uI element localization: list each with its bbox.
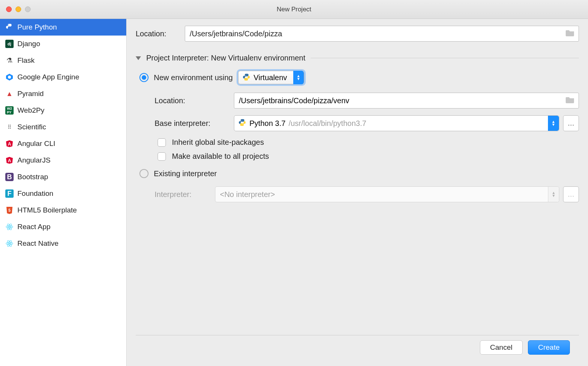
base-interpreter-browse-button[interactable]: … [563,115,579,131]
environment-type-combo[interactable]: Virtualenv ▲▼ [238,71,304,84]
titlebar: New Project [0,0,588,19]
existing-interpreter-browse-button: … [563,186,579,202]
sidebar-item-pure-python[interactable]: Pure Python [0,19,126,36]
base-interpreter-path: /usr/local/bin/python3.7 [289,119,367,128]
select-stepper-icon: ▲▼ [548,116,559,131]
web2py-icon: W2PY [5,106,14,115]
sidebar-item-angular-cli[interactable]: A Angular CLI [0,135,126,152]
base-interpreter-select[interactable]: Python 3.7 /usr/local/bin/python3.7 ▲▼ [234,115,559,131]
svg-point-2 [8,76,11,79]
svg-point-0 [8,24,9,25]
sidebar-item-foundation[interactable]: F Foundation [0,185,126,202]
sidebar-item-label: Pyramid [17,90,44,98]
sidebar-item-label: Bootstrap [17,173,48,181]
browse-folder-icon[interactable] [566,29,575,39]
combo-value: Virtualenv [254,73,293,82]
sidebar-item-label: Flask [17,56,34,65]
sidebar-item-label: Pure Python [17,23,57,31]
make-available-label: Make available to all projects [172,152,269,161]
inherit-packages-label: Inherit global site-packages [172,138,264,147]
existing-interpreter-select: <No interpreter> ▲▼ [215,186,559,202]
sidebar-item-label: Web2Py [17,106,44,115]
inherit-packages-checkbox[interactable] [158,138,166,147]
existing-interpreter-value: <No interpreter> [220,190,275,199]
sidebar-item-react-native[interactable]: React Native [0,235,126,252]
sidebar-item-scientific[interactable]: ⠿ Scientific [0,119,126,135]
sidebar-item-label: React Native [17,239,59,248]
sidebar-item-label: Foundation [17,189,53,198]
flask-icon: ⚗ [5,56,14,65]
location-value: /Users/jetbrains/Code/pizza [190,29,282,38]
base-interpreter-label: Base interpreter: [155,119,234,128]
main-panel: Location: /Users/jetbrains/Code/pizza Pr… [127,19,588,366]
sidebar-item-html5-boilerplate[interactable]: 5 HTML5 Boilerplate [0,202,126,219]
location-label: Location: [136,29,185,38]
env-location-input[interactable]: /Users/jetbrains/Code/pizza/venv [234,93,579,109]
sidebar-item-angularjs[interactable]: A AngularJS [0,152,126,169]
sidebar-item-label: Google App Engine [17,73,79,81]
pyramid-icon: ▲ [5,90,14,98]
foundation-icon: F [5,189,14,198]
new-environment-label: New environment using [154,73,233,82]
env-location-value: /Users/jetbrains/Code/pizza/venv [239,96,349,105]
env-location-label: Location: [155,96,234,105]
base-interpreter-name: Python 3.7 [249,119,286,128]
create-button[interactable]: Create [528,340,570,355]
react-icon [5,223,14,231]
sidebar-item-label: Scientific [17,123,46,131]
sidebar-item-label: Angular CLI [17,140,55,148]
python-icon [242,73,251,82]
select-stepper-icon: ▲▼ [548,187,559,202]
project-type-sidebar: Pure Python dj Django ⚗ Flask Google App… [0,19,127,366]
sidebar-item-django[interactable]: dj Django [0,36,126,52]
browse-folder-icon[interactable] [566,96,575,105]
dialog-footer: Cancel Create [136,335,579,359]
sidebar-item-pyramid[interactable]: ▲ Pyramid [0,85,126,102]
sidebar-item-bootstrap[interactable]: B Bootstrap [0,169,126,185]
new-project-window: New Project Pure Python dj Django ⚗ Flas… [0,0,588,366]
python-icon [238,118,246,129]
section-divider [311,58,579,58]
python-icon [5,23,14,31]
svg-text:A: A [8,141,11,147]
existing-interpreter-field-label: Interpreter: [155,190,215,199]
sidebar-item-label: React App [17,223,51,231]
sidebar-item-react-app[interactable]: React App [0,219,126,235]
dialog-body: Pure Python dj Django ⚗ Flask Google App… [0,19,588,366]
sidebar-item-web2py[interactable]: W2PY Web2Py [0,102,126,119]
combo-stepper-icon: ▲▼ [293,71,304,84]
location-input[interactable]: /Users/jetbrains/Code/pizza [185,26,579,42]
existing-interpreter-radio[interactable] [139,169,149,178]
new-environment-radio[interactable] [139,73,149,82]
svg-point-13 [9,243,10,244]
make-available-checkbox[interactable] [158,152,166,161]
sidebar-item-label: AngularJS [17,156,51,164]
existing-interpreter-label: Existing interpreter [154,169,217,178]
sidebar-item-label: HTML5 Boilerplate [17,206,77,214]
svg-text:5: 5 [8,208,11,212]
svg-point-9 [9,226,10,228]
react-icon [5,239,14,248]
html5-icon: 5 [5,206,14,214]
sidebar-item-google-app-engine[interactable]: Google App Engine [0,69,126,85]
angular-icon: A [5,140,14,148]
sidebar-item-label: Django [17,40,40,48]
scientific-icon: ⠿ [5,123,14,131]
django-icon: dj [5,40,14,48]
gae-icon [5,73,14,81]
cancel-button[interactable]: Cancel [480,340,523,355]
angular-icon: A [5,156,14,164]
collapse-triangle-icon [136,56,141,60]
sidebar-item-flask[interactable]: ⚗ Flask [0,52,126,69]
interpreter-section-header[interactable]: Project Interpreter: New Virtualenv envi… [136,54,579,62]
bootstrap-icon: B [5,173,14,181]
svg-text:A: A [8,158,11,163]
window-title: New Project [0,6,588,13]
section-title: Project Interpreter: New Virtualenv envi… [146,54,305,62]
